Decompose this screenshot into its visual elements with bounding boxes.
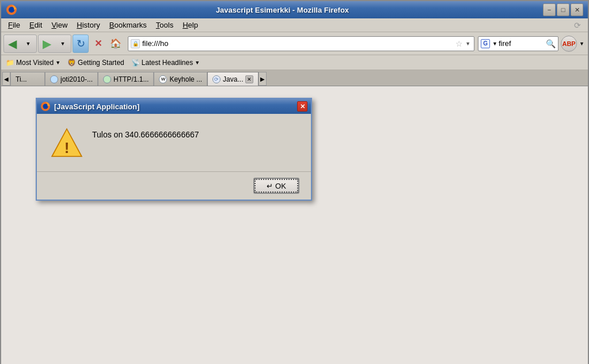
tab-java-close-button[interactable]: ✕ <box>245 75 253 83</box>
bookmarks-bar: 📁 Most Visited ▼ 🦁 Getting Started 📡 Lat… <box>1 55 588 70</box>
window-controls: − □ ✕ <box>543 3 583 16</box>
getting-started-icon: 🦁 <box>67 59 76 67</box>
forward-button[interactable]: ▶ <box>39 36 55 52</box>
home-button[interactable]: 🏠 <box>107 35 124 53</box>
abp-button[interactable]: ABP <box>561 36 577 52</box>
dialog-title-bar: [JavaScript Application] ✕ <box>37 99 311 114</box>
menu-bar: File Edit View History Bookmarks Tools H… <box>1 18 588 32</box>
tab-http-label: HTTP/1.1... <box>113 75 149 83</box>
tab-java-spinner-icon: ⟳ <box>212 75 221 83</box>
home-icon: 🏠 <box>110 38 121 49</box>
nav-toolbar: ◀ ▼ ▶ ▼ ↻ ✕ 🏠 🔒 ☆ ▼ G <box>1 32 588 55</box>
title-bar: Javascript Esimerkki - Mozilla Firefox −… <box>1 1 588 18</box>
tab-keyhole-icon: W <box>159 75 167 83</box>
tab-keyhole[interactable]: W Keyhole ... <box>154 72 207 86</box>
tab-joti2010-label: joti2010-... <box>60 75 93 83</box>
close-button[interactable]: ✕ <box>571 3 583 16</box>
back-btn-group[interactable]: ◀ ▼ <box>3 35 37 53</box>
content-area: [JavaScript Application] ✕ ! Tulos on 34… <box>1 86 588 364</box>
tab-ti[interactable]: Ti... <box>10 72 45 86</box>
tab-http[interactable]: HTTP/1.1... <box>98 72 154 86</box>
search-engine-dropdown[interactable]: ▼ <box>491 41 499 47</box>
address-dropdown-button[interactable]: ▼ <box>464 41 472 47</box>
window-title: Javascript Esimerkki - Mozilla Firefox <box>22 6 543 14</box>
tab-joti2010[interactable]: joti2010-... <box>45 72 98 86</box>
most-visited-icon: 📁 <box>6 59 14 67</box>
latest-headlines-icon: 📡 <box>131 59 140 67</box>
ok-label: OK <box>275 182 286 190</box>
menu-edit[interactable]: Edit <box>25 20 47 30</box>
bookmark-latest-headlines[interactable]: 📡 Latest Headlines ▼ <box>129 58 202 68</box>
warning-icon-container: ! <box>51 128 83 160</box>
tab-keyhole-label: Keyhole ... <box>169 75 202 83</box>
getting-started-label: Getting Started <box>78 59 124 67</box>
dialog-title-text: [JavaScript Application] <box>54 102 297 111</box>
menu-file[interactable]: File <box>3 20 25 30</box>
most-visited-label: Most Visited <box>16 59 54 67</box>
address-input[interactable] <box>142 39 454 48</box>
ok-button[interactable]: ↵ OK <box>253 178 299 194</box>
menu-view[interactable]: View <box>47 20 72 30</box>
dialog-firefox-icon <box>40 101 51 112</box>
tab-scroll-left-button[interactable]: ◀ <box>2 72 10 86</box>
abp-label: ABP <box>562 40 575 47</box>
bookmark-getting-started[interactable]: 🦁 Getting Started <box>65 58 127 68</box>
search-engine-icon: G <box>481 39 490 48</box>
maximize-button[interactable]: □ <box>557 3 569 16</box>
most-visited-arrow: ▼ <box>55 60 60 66</box>
tab-scroll-right-button[interactable]: ▶ <box>259 72 267 86</box>
search-magnifier-icon[interactable]: 🔍 <box>546 39 556 48</box>
stop-button[interactable]: ✕ <box>90 35 106 53</box>
abp-dropdown-button[interactable]: ▼ <box>578 41 586 47</box>
reload-button[interactable]: ↻ <box>73 35 89 53</box>
search-bar: G ▼ 🔍 <box>478 36 558 51</box>
dialog-body: ! Tulos on 340.6666666666667 <box>37 114 311 171</box>
warning-triangle-svg: ! <box>51 128 83 158</box>
star-icon[interactable]: ☆ <box>455 39 463 48</box>
svg-text:!: ! <box>64 139 70 156</box>
dialog-message: Tulos on 340.6666666666667 <box>92 125 297 139</box>
page-icon: 🔒 <box>131 39 140 48</box>
reload-icon: ↻ <box>77 37 85 50</box>
search-input[interactable] <box>499 39 546 48</box>
bookmark-most-visited[interactable]: 📁 Most Visited ▼ <box>3 58 63 68</box>
menu-bookmarks[interactable]: Bookmarks <box>105 20 151 30</box>
forward-btn-group[interactable]: ▶ ▼ <box>38 35 71 53</box>
stop-icon: ✕ <box>94 38 102 49</box>
tab-joti2010-icon <box>50 75 58 83</box>
svg-point-3 <box>43 104 48 109</box>
menu-history[interactable]: History <box>72 20 104 30</box>
dialog-footer: ↵ OK <box>37 171 311 200</box>
address-bar: 🔒 ☆ ▼ <box>128 36 474 51</box>
menu-tools[interactable]: Tools <box>151 20 178 30</box>
tab-java-label: Java... <box>223 75 243 83</box>
tab-bar: ◀ Ti... joti2010-... HTTP/1.1... W Keyho… <box>1 70 588 86</box>
dialog-backdrop: [JavaScript Application] ✕ ! Tulos on 34… <box>1 86 588 364</box>
tab-java[interactable]: ⟳ Java... ✕ <box>207 72 259 86</box>
forward-dropdown-button[interactable]: ▼ <box>55 36 71 52</box>
back-dropdown-button[interactable]: ▼ <box>20 36 36 52</box>
dialog-close-button[interactable]: ✕ <box>297 101 307 112</box>
tab-ti-label: Ti... <box>16 75 27 83</box>
back-button[interactable]: ◀ <box>4 36 20 52</box>
menu-help[interactable]: Help <box>178 20 203 30</box>
latest-headlines-label: Latest Headlines <box>142 59 193 67</box>
tab-http-icon <box>103 75 111 83</box>
minimize-button[interactable]: − <box>543 3 556 16</box>
firefox-logo <box>6 4 17 16</box>
browser-window: Javascript Esimerkki - Mozilla Firefox −… <box>0 0 589 364</box>
ok-icon: ↵ <box>267 182 273 190</box>
spinner-icon: ⟳ <box>574 21 583 30</box>
javascript-dialog: [JavaScript Application] ✕ ! Tulos on 34… <box>36 98 312 201</box>
latest-headlines-arrow: ▼ <box>195 60 200 66</box>
svg-point-1 <box>9 7 14 13</box>
